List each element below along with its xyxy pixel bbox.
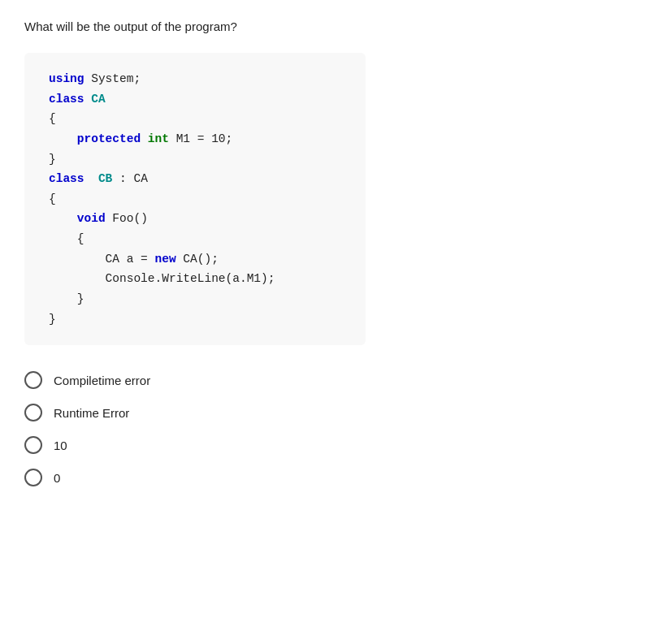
- option-1-label: Compiletime error: [54, 374, 150, 387]
- code-line-3: {: [49, 109, 341, 129]
- code-line-10: CA a = new CA();: [49, 249, 341, 270]
- code-line-4: protected int M1 = 10;: [49, 129, 341, 149]
- code-line-6: class CB : CA: [49, 169, 341, 189]
- keyword-class-2: class: [49, 172, 84, 185]
- keyword-using: using: [49, 72, 84, 85]
- code-line-9: {: [49, 229, 341, 249]
- option-3-label: 10: [54, 439, 67, 452]
- keyword-protected: protected: [77, 132, 141, 145]
- keyword-void: void: [77, 212, 106, 225]
- radio-compiletime[interactable]: [24, 371, 42, 389]
- code-text: System;: [91, 72, 141, 85]
- code-block: using System; class CA { protected int M…: [24, 53, 366, 345]
- keyword-new: new: [155, 253, 176, 266]
- option-3[interactable]: 10: [24, 436, 626, 454]
- code-line-8: void Foo(): [49, 209, 341, 229]
- radio-0[interactable]: [24, 469, 42, 486]
- code-line-7: {: [49, 189, 341, 210]
- radio-10[interactable]: [24, 436, 42, 454]
- code-line-2: class CA: [49, 89, 341, 110]
- code-line-11: Console.WriteLine(a.M1);: [49, 269, 341, 289]
- keyword-int: int: [148, 132, 169, 145]
- class-name-CB: CB: [91, 172, 112, 185]
- code-line-13: }: [49, 309, 341, 330]
- code-line-5: }: [49, 149, 341, 170]
- option-1[interactable]: Compiletime error: [24, 371, 626, 389]
- option-2-label: Runtime Error: [54, 406, 129, 420]
- option-4-label: 0: [54, 471, 60, 485]
- option-2[interactable]: Runtime Error: [24, 404, 626, 421]
- question-text: What will be the output of the program?: [24, 19, 626, 33]
- keyword-class-1: class: [49, 93, 84, 106]
- options-list: Compiletime error Runtime Error 10 0: [24, 371, 626, 486]
- radio-runtime[interactable]: [24, 404, 42, 421]
- option-4[interactable]: 0: [24, 469, 626, 486]
- code-line-12: }: [49, 289, 341, 309]
- class-name-CA: CA: [91, 93, 105, 106]
- code-line-1: using System;: [49, 69, 341, 89]
